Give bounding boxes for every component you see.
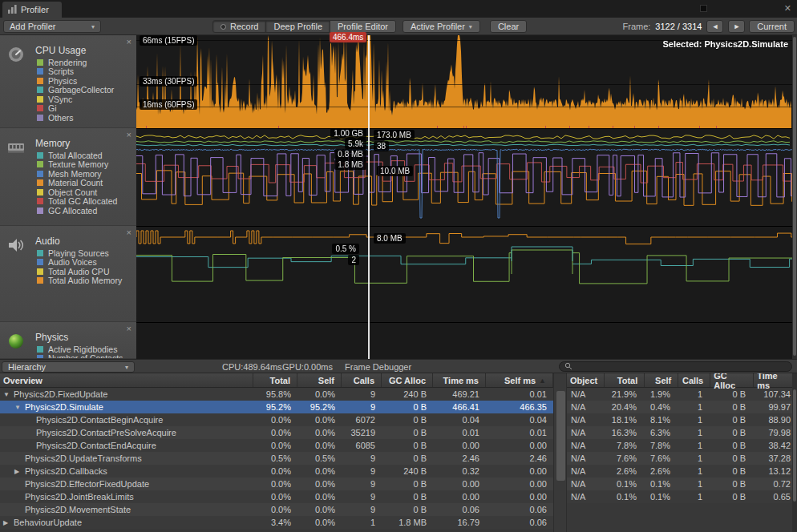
column-header-self[interactable]: Self [297,373,342,387]
detail-row[interactable]: N/A16.3%6.3%10 B79.98 [567,426,797,439]
legend-item[interactable]: Object Count [37,187,117,197]
close-icon[interactable]: × [127,131,131,139]
legend-item[interactable]: Scripts [37,67,114,77]
legend-item[interactable]: Audio Voices [37,258,122,268]
legend-item[interactable]: Physics [37,76,114,86]
tab-profiler[interactable]: Profiler [2,2,62,18]
close-icon[interactable]: × [127,324,131,333]
physics-chart[interactable] [136,322,792,359]
search-input[interactable] [559,361,792,372]
detail-row[interactable]: N/A18.1%8.1%10 B88.90 [567,413,797,426]
column-header-calls[interactable]: Calls [342,373,382,387]
table-row[interactable]: Physics2D.ContactEndAcquire0.0%0.0%60850… [0,439,553,452]
legend-item[interactable]: VSync [37,95,114,104]
legend-item[interactable]: Material Count [37,179,117,188]
memory-chart[interactable] [136,128,792,226]
legend-item[interactable]: Others [37,113,114,123]
column-header-self[interactable]: Self [645,373,678,387]
table-row[interactable]: ▼Physics2D.FixedUpdate95.8%0.0%9240 B469… [0,388,553,401]
next-frame-button[interactable]: ► [728,20,745,33]
legend-item[interactable]: Total GC Allocated [37,197,117,207]
module-physics[interactable]: ×PhysicsActive RigidbodiesNumber of Cont… [0,322,136,359]
cell-self: 0.4% [643,402,677,412]
frame-debugger-button[interactable]: Frame Debugger [345,362,411,372]
close-icon[interactable]: × [127,228,131,237]
column-header-self-ms[interactable]: Self ms▲ [486,373,553,387]
module-cpu[interactable]: ×CPU UsageRenderingScriptsPhysicsGarbage… [0,35,136,128]
column-header-object[interactable]: Object [567,373,605,387]
profile-editor-button[interactable]: Profile Editor [330,20,396,33]
column-header-total[interactable]: Total [253,373,297,387]
clear-button[interactable]: Clear [490,20,527,33]
table-row[interactable]: Physics2D.MovementState0.0%0.0%90 B0.060… [0,503,553,516]
detail-row[interactable]: N/A21.9%1.9%10 B107.34 [567,388,797,401]
close-icon[interactable]: ✕ [784,3,791,14]
scrollbar-thumb[interactable] [793,37,796,356]
legend-item[interactable]: Total Allocated [37,151,117,160]
detail-row[interactable]: N/A7.6%7.6%10 B37.28 [567,452,797,465]
column-header-calls[interactable]: Calls [678,373,710,387]
legend-label: Physics [48,76,77,86]
legend-item[interactable]: Rendering [37,58,114,67]
table-row[interactable]: Physics2D.JointBreakLimits0.0%0.0%90 B0.… [0,490,553,503]
detail-row[interactable]: N/A2.6%2.6%10 B13.12 [567,465,797,478]
table-row[interactable]: ▶Physics2D.Callbacks0.0%0.0%9240 B0.320.… [0,465,553,478]
close-icon[interactable]: × [127,38,131,46]
column-header-time-ms[interactable]: Time ms [433,373,486,387]
cell-calls: 9 [342,402,382,412]
table-row[interactable]: Physics2D.ContactPreSolveAcquire0.0%0.0%… [0,426,553,439]
active-profiler-dropdown[interactable]: Active Profiler ▾ [403,20,480,33]
table-row[interactable]: Physics2D.EffectorFixedUpdate0.0%0.0%90 … [0,478,553,490]
prev-frame-button[interactable]: ◄ [706,20,723,33]
legend-label: Audio Voices [48,257,97,267]
scrollbar-thumb[interactable] [556,391,565,481]
column-header-time-ms[interactable]: Time ms [754,373,797,387]
add-profiler-dropdown[interactable]: Add Profiler ▾ [3,20,101,33]
detail-row[interactable]: N/A0.1%0.1%10 B0.72 [567,478,797,490]
deep-profile-button[interactable]: Deep Profile [265,20,330,33]
table-row[interactable]: Physics2D.ContactBeginAcquire0.0%0.0%607… [0,413,553,426]
table-row[interactable]: ▼Physics2D.Simulate95.2%95.2%90 B466.414… [0,401,553,413]
legend-item[interactable]: Playing Sources [37,248,122,258]
frame-label: Frame: [623,22,651,31]
disclosure-icon[interactable]: ▶ [3,519,14,526]
cell-object: N/A [567,428,603,437]
scrollbar-thumb[interactable] [793,389,796,502]
column-header-overview[interactable]: Overview [0,373,253,387]
table-row[interactable]: ▶BehaviourUpdate3.4%0.0%11.8 MB16.790.06 [0,516,553,529]
legend-item[interactable]: Texture Memory [37,160,117,170]
column-header-total[interactable]: Total [605,373,645,387]
current-frame-button[interactable]: Current [749,20,795,33]
hierarchy-dropdown[interactable]: Hierarchy ▾ [2,361,135,373]
record-button[interactable]: Record [212,20,266,33]
module-audio[interactable]: ×AudioPlaying SourcesAudio VoicesTotal A… [0,226,136,322]
audio-chart[interactable] [136,226,792,322]
detail-row[interactable]: N/A7.8%7.8%10 B38.42 [567,439,797,452]
charts-scrollbar[interactable] [792,35,797,359]
legend-item[interactable]: Total Audio Memory [37,276,122,286]
legend-item[interactable]: Gi [37,104,114,114]
legend-item[interactable]: Active Rigidbodies [37,345,123,354]
column-header-gc-alloc[interactable]: GC Alloc [710,373,754,387]
cell-gc-alloc: 0 B [382,415,433,425]
cpu-grid-label: 33ms (30FPS) [140,76,197,87]
detail-row[interactable]: N/A0.1%0.1%10 B0.65 [567,490,797,503]
disclosure-icon[interactable]: ▼ [3,391,14,398]
cell-calls: 1 [677,492,709,502]
table-row[interactable]: Physics2D.UpdateTransforms0.5%0.5%90 B2.… [0,452,553,465]
overview-scrollbar[interactable] [553,373,567,532]
legend-item[interactable]: Total Audio CPU [37,267,122,276]
detail-scrollbar[interactable] [792,373,797,532]
disclosure-icon[interactable]: ▶ [14,468,25,475]
selected-frame-line[interactable] [368,35,370,359]
legend-item[interactable]: Mesh Memory [37,169,117,179]
legend-item[interactable]: GC Allocated [37,206,117,216]
cell-gc-alloc: 0 B [382,428,433,437]
column-header-gc-alloc[interactable]: GC Alloc [382,373,433,387]
module-memory[interactable]: ×MemoryTotal AllocatedTexture MemoryMesh… [0,128,136,226]
window-menu-icon[interactable] [700,5,707,12]
disclosure-icon[interactable]: ▼ [14,404,25,411]
legend-item[interactable]: GarbageCollector [37,86,114,95]
detail-row[interactable]: N/A20.4%0.4%10 B99.97 [567,401,797,413]
cpu-chart[interactable] [136,35,792,128]
